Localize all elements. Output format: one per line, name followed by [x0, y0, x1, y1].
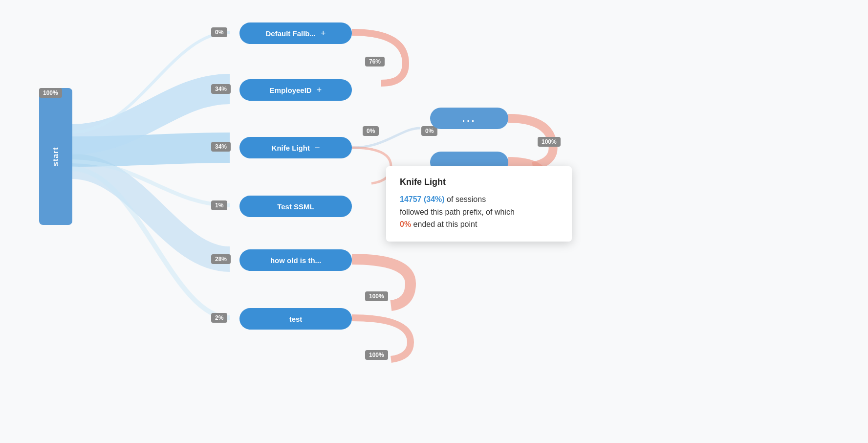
node-test-ssml[interactable]: Test SSML [239, 196, 352, 217]
pct-badge-knife-out: 0% [363, 126, 379, 136]
node-test[interactable]: test [239, 308, 352, 330]
start-label: start [51, 147, 60, 166]
tooltip-body: 14757 (34%) of sessions followed this pa… [400, 193, 558, 231]
node-default-fallb[interactable]: Default Fallb... + [239, 22, 352, 44]
pct-badge-default-fallb-in: 0% [211, 27, 227, 37]
ellipsis-label: ... [462, 113, 477, 124]
node-label: test [289, 315, 303, 323]
knife-light-tooltip: Knife Light 14757 (34%) of sessions foll… [386, 166, 572, 242]
tooltip-pct: 34% [426, 195, 442, 203]
pct-badge-test-out: 100% [365, 350, 388, 360]
pct-badge-knife-in: 34% [211, 142, 231, 152]
pct-badge-how-old-out: 100% [365, 291, 388, 301]
node-knife-light[interactable]: Knife Light − [239, 137, 352, 158]
plus-icon: + [317, 85, 322, 95]
tooltip-count: 14757 [400, 195, 422, 203]
tooltip-end-pct: 0% [400, 220, 411, 228]
pct-badge-test-ssml-in: 1% [211, 200, 227, 210]
tooltip-text-1: of sessions [445, 195, 486, 203]
pct-badge-test-in: 2% [211, 313, 227, 323]
pct-badge-how-old-in: 28% [211, 254, 231, 264]
start-node[interactable]: start [39, 88, 72, 225]
node-employeeid[interactable]: EmployeeID + [239, 79, 352, 101]
start-pct-badge: 100% [39, 88, 62, 98]
tooltip-text-2: followed this path prefix, of which [400, 208, 515, 216]
pct-badge-default-fallb-out: 76% [365, 57, 385, 66]
tooltip-end-text: ended at this point [413, 220, 477, 228]
tooltip-title: Knife Light [400, 177, 558, 187]
pct-badge-ellipsis-out: 100% [538, 137, 561, 147]
node-label: Test SSML [277, 202, 314, 211]
node-ellipsis[interactable]: ... [430, 108, 508, 129]
node-label: EmployeeID [270, 86, 312, 94]
pct-badge-employeeid-in: 34% [211, 84, 231, 94]
flow-canvas: start 100% Default Fallb... + 0% 76% Emp… [0, 0, 868, 443]
node-label: Knife Light [272, 144, 310, 152]
node-label: Default Fallb... [265, 29, 316, 38]
plus-icon: + [321, 28, 326, 39]
node-label: how old is th... [270, 256, 321, 265]
node-how-old[interactable]: how old is th... [239, 249, 352, 271]
minus-icon: − [315, 143, 320, 153]
